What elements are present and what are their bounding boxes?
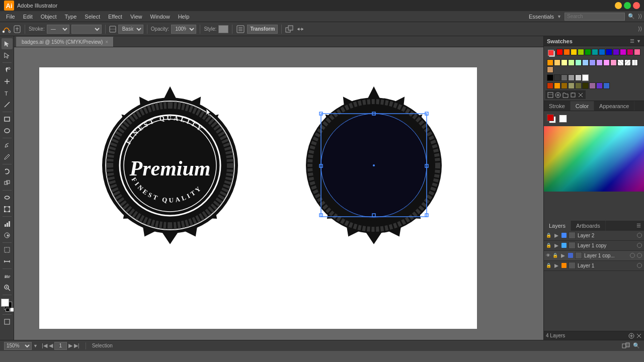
color-fill-stroke-indicator[interactable]	[546, 113, 557, 124]
screen-mode[interactable]	[2, 316, 13, 327]
search-input[interactable]	[565, 13, 625, 21]
free-transform-tool[interactable]	[2, 204, 13, 215]
layer-item-layer2[interactable]: 🔒 Layer 2	[544, 231, 644, 241]
scale-tool[interactable]	[2, 177, 13, 189]
swatch-teal[interactable]	[592, 49, 598, 55]
swatch-light-gray[interactable]	[575, 74, 582, 81]
zoom-select[interactable]: 150% 100% 200% 75% 50%	[4, 342, 32, 350]
swatch-lt-rose[interactable]	[610, 59, 617, 66]
swatch-green[interactable]	[585, 49, 591, 55]
menu-window[interactable]: Window	[146, 13, 174, 21]
window-controls[interactable]	[615, 2, 640, 9]
swatch-extra-1[interactable]	[589, 82, 596, 89]
layer-eye-icon-3[interactable]: 👁	[546, 253, 550, 258]
swatch-orange[interactable]	[564, 49, 570, 55]
swatch-olive[interactable]	[575, 82, 582, 89]
ellipse-tool[interactable]	[2, 125, 13, 136]
swatch-dark-gray[interactable]	[554, 74, 560, 81]
swatch-peach[interactable]	[554, 59, 560, 66]
style-swatch[interactable]	[218, 25, 228, 33]
line-tool[interactable]	[2, 99, 13, 110]
swatch-purple[interactable]	[613, 49, 619, 55]
graph-tool[interactable]	[2, 218, 13, 229]
artboard-tool[interactable]	[2, 244, 13, 255]
minimize-button[interactable]	[615, 2, 622, 9]
last-page-icon[interactable]: ▶|	[74, 342, 79, 349]
pencil-tool[interactable]	[2, 140, 13, 151]
swatches-collapse-icon[interactable]: ▼	[636, 39, 641, 44]
tab-close-button[interactable]: ×	[105, 39, 108, 45]
swatch-rose[interactable]	[634, 49, 640, 55]
layer-visible-circle-2[interactable]	[637, 243, 642, 248]
stroke-style-select[interactable]	[71, 25, 102, 34]
swatch-light-yellow[interactable]	[561, 59, 568, 66]
layer-expand-4[interactable]	[553, 262, 559, 268]
measure-tool[interactable]	[2, 256, 13, 267]
appearance-tab[interactable]: Appearance	[594, 101, 634, 111]
panel-toggle-icon[interactable]: ⟩⟩	[638, 26, 642, 32]
swatch-dark-brown[interactable]	[561, 82, 568, 89]
layer-lock-icon-3[interactable]: 🔒	[552, 253, 558, 258]
prev-page-icon[interactable]: ◀	[49, 342, 53, 349]
layer-extra-circle-3[interactable]	[637, 253, 642, 258]
next-page-icon[interactable]: ▶	[68, 342, 72, 349]
layers-delete-icon[interactable]	[636, 333, 642, 339]
layer-lock-icon-4[interactable]: 🔒	[546, 263, 551, 268]
swatch-extra-3[interactable]	[603, 82, 610, 89]
swatch-brown-orange[interactable]	[554, 82, 560, 89]
document-tab[interactable]: badges.ai @ 150% (CMYK/Preview) ×	[16, 37, 114, 47]
color-tab[interactable]: Color	[571, 101, 594, 111]
swatch-blue[interactable]	[606, 49, 612, 55]
swatch-light-cyan[interactable]	[582, 59, 589, 66]
first-page-icon[interactable]: |◀	[42, 342, 47, 349]
swatch-mint[interactable]	[575, 59, 582, 66]
layers-tab[interactable]: Layers	[544, 221, 571, 231]
menu-help[interactable]: Help	[174, 13, 194, 21]
swatch-yellow[interactable]	[571, 49, 577, 55]
canvas[interactable]: FINEST QUALITY Premium FINEST QUALITY	[14, 47, 543, 340]
paintbrush-tool[interactable]	[2, 151, 13, 162]
swatch-light-orange[interactable]	[547, 59, 553, 66]
layers-add-icon[interactable]	[628, 333, 634, 339]
warp-tool[interactable]	[2, 192, 13, 203]
direct-selection-tool[interactable]	[2, 50, 13, 61]
swatch-black[interactable]	[547, 74, 553, 81]
rectangle-tool[interactable]	[2, 114, 13, 125]
swatch-light-pink[interactable]	[603, 59, 610, 66]
zoom-tool[interactable]	[2, 282, 13, 293]
swatch-lavender[interactable]	[596, 59, 603, 66]
panel-arrow-icon[interactable]: ⟩⟩	[638, 13, 642, 20]
stroke-weight-select[interactable]: — 1pt 2pt	[47, 25, 69, 34]
swatch-pink[interactable]	[627, 49, 633, 55]
swatch-extra-2[interactable]	[596, 82, 603, 89]
layer-visible-circle-4[interactable]	[637, 263, 642, 268]
stroke-tab[interactable]: Stroke	[544, 101, 571, 111]
layer-expand-3[interactable]	[560, 252, 566, 258]
opacity-select[interactable]: 100% 75% 50%	[171, 25, 196, 34]
swatch-light-green[interactable]	[568, 59, 575, 66]
swatch-red[interactable]	[556, 49, 563, 55]
swatch-pattern-1[interactable]	[617, 59, 624, 66]
swatch-add-icon[interactable]	[555, 92, 561, 98]
swatch-folder-icon[interactable]	[562, 92, 569, 98]
add-anchor-tool[interactable]	[2, 76, 13, 87]
symbol-tool[interactable]: ★	[2, 230, 13, 241]
type-tool[interactable]: T	[2, 87, 13, 99]
swatch-white[interactable]	[582, 74, 589, 81]
menu-select[interactable]: Select	[80, 13, 104, 21]
menu-file[interactable]: File	[2, 13, 19, 21]
swatch-pattern-3[interactable]	[631, 59, 638, 66]
swatch-warm-gray[interactable]	[568, 82, 575, 89]
layer-item-layer1cop[interactable]: 👁 🔒 Layer 1 cop...	[544, 251, 644, 261]
layer-lock-icon-1[interactable]: 🔒	[546, 233, 551, 238]
swatch-pattern-2[interactable]	[624, 59, 631, 66]
layer-item-layer1copy[interactable]: 🔒 Layer 1 copy	[544, 241, 644, 251]
swatch-delete-icon[interactable]	[578, 92, 584, 98]
pen-tool[interactable]	[2, 64, 13, 75]
swatch-list-view-icon[interactable]	[547, 92, 553, 98]
artboards-tab[interactable]: Artboards	[571, 221, 606, 231]
swatch-lime[interactable]	[578, 49, 584, 55]
swatch-dark-red[interactable]	[547, 82, 553, 89]
layer-item-layer1[interactable]: 🔒 Layer 1	[544, 261, 644, 271]
swatches-panel-header[interactable]: Swatches ☰ ▼	[544, 36, 644, 46]
